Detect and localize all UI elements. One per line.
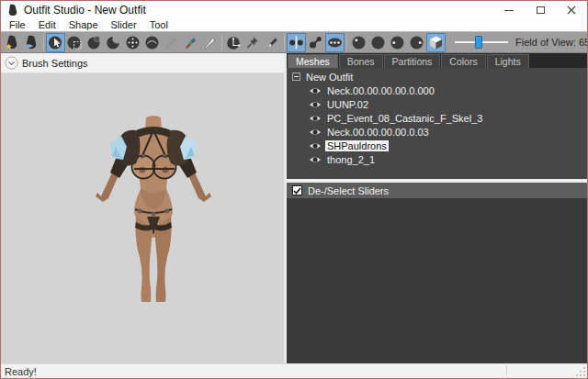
status-bar: Ready! — [1, 363, 587, 378]
light-preset-3-icon — [390, 35, 405, 50]
new-project-button[interactable] — [3, 33, 22, 52]
color-brush-icon — [183, 35, 198, 50]
x-mirror-toggle-button[interactable] — [287, 33, 306, 52]
field-of-view-slider[interactable] — [455, 35, 508, 50]
move-brush-button[interactable] — [123, 33, 142, 52]
tab-meshes[interactable]: Meshes — [288, 54, 338, 68]
new-project-icon — [5, 35, 20, 50]
color-brush-button[interactable] — [181, 33, 200, 52]
menu-slider[interactable]: Slider — [105, 19, 143, 31]
menu-edit[interactable]: Edit — [32, 19, 62, 31]
alpha-brush-button[interactable] — [200, 33, 220, 52]
cube-icon — [428, 35, 444, 50]
mesh-label[interactable]: Neck.00.00.00.00.0.03 — [325, 127, 431, 138]
transform-tool-button[interactable] — [224, 33, 243, 52]
tab-partitions[interactable]: Partitions — [384, 54, 441, 68]
transform-tool-icon — [226, 35, 242, 50]
connected-only-toggle-button[interactable] — [306, 33, 325, 52]
mask-brush-button[interactable] — [65, 33, 85, 52]
minimize-button[interactable] — [493, 1, 525, 19]
tab-bones[interactable]: Bones — [339, 54, 383, 68]
close-button[interactable] — [556, 1, 587, 19]
eye-icon[interactable] — [309, 155, 322, 164]
toolbar-separator — [346, 34, 347, 50]
left-panel: Brush Settings — [1, 53, 284, 363]
smooth-brush-button[interactable] — [142, 33, 162, 52]
load-project-button[interactable] — [22, 33, 41, 52]
eye-icon[interactable] — [309, 100, 322, 109]
menu-shape[interactable]: Shape — [62, 19, 105, 31]
deflate-brush-button[interactable] — [104, 33, 123, 52]
window-title: Outfit Studio - New Outfit — [24, 4, 146, 17]
check-icon — [293, 187, 301, 195]
vertex-edit-tool-button[interactable] — [263, 33, 282, 52]
textures-toggle-button[interactable] — [426, 33, 446, 52]
light-preset-3-button[interactable] — [388, 33, 407, 52]
status-text: Ready! — [1, 366, 37, 377]
mesh-label[interactable]: UUNP.02 — [325, 99, 370, 110]
toolbar-separator — [284, 34, 285, 50]
eye-icon[interactable] — [309, 141, 322, 150]
tree-row[interactable]: UUNP.02 — [287, 97, 587, 111]
weight-brush-button[interactable] — [162, 33, 181, 52]
collapse-icon[interactable] — [292, 72, 300, 81]
x-mirror-icon — [288, 35, 304, 50]
deselect-sliders-checkbox[interactable] — [292, 185, 302, 195]
inflate-brush-button[interactable] — [85, 33, 104, 52]
sliders-header: De-/Select Sliders — [287, 183, 587, 198]
tree-row[interactable]: Neck.00.00.00.00.0.000 — [287, 84, 587, 97]
resize-grip-icon[interactable] — [575, 366, 586, 377]
tree-row[interactable]: PC_Event_08_Castanic_F_Skel_3 — [287, 111, 587, 125]
mask-brush-icon — [67, 35, 83, 50]
inflate-brush-icon — [86, 35, 102, 50]
status-divider — [506, 366, 507, 376]
select-tool-button[interactable] — [46, 33, 65, 52]
brush-settings-label: Brush Settings — [22, 58, 88, 69]
tree-row[interactable]: Neck.00.00.00.00.0.03 — [287, 125, 587, 139]
mesh-label-selected[interactable]: SHPauldrons — [325, 140, 389, 151]
deflate-brush-icon — [106, 35, 121, 50]
model-figure — [88, 112, 221, 309]
tab-lights[interactable]: Lights — [487, 54, 529, 68]
tree-row[interactable]: thong_2_1 — [287, 152, 587, 166]
light-preset-1-icon — [351, 35, 367, 50]
sliders-panel-body — [287, 198, 587, 363]
maximize-button[interactable] — [525, 1, 556, 19]
light-preset-4-button[interactable] — [407, 33, 426, 52]
app-icon — [7, 4, 18, 17]
fov-slider-thumb[interactable] — [475, 36, 482, 49]
eye-icon[interactable] — [309, 86, 322, 95]
tree-row-selected[interactable]: SHPauldrons — [287, 139, 587, 152]
menu-file[interactable]: File — [3, 19, 32, 31]
main-area: Brush Settings — [1, 53, 587, 363]
light-preset-1-button[interactable] — [349, 33, 368, 52]
menu-bar: File Edit Shape Slider Tool — [1, 19, 587, 31]
mesh-label[interactable]: PC_Event_08_Castanic_F_Skel_3 — [325, 113, 484, 124]
minimize-icon — [504, 10, 514, 11]
weight-brush-icon — [164, 35, 179, 50]
light-preset-4-icon — [409, 35, 424, 50]
tree-root-row[interactable]: New Outfit — [287, 70, 587, 84]
global-brush-toggle-button[interactable] — [325, 33, 345, 52]
mesh-label[interactable]: thong_2_1 — [325, 154, 377, 165]
toolbar-separator — [43, 34, 44, 50]
brush-settings-header[interactable]: Brush Settings — [1, 53, 284, 73]
vertex-edit-tool-icon — [265, 35, 280, 50]
move-brush-icon — [125, 35, 141, 50]
chevron-down-circle-icon — [5, 56, 18, 70]
eye-icon[interactable] — [309, 128, 322, 137]
pin-tool-button[interactable] — [243, 33, 263, 52]
eye-icon[interactable] — [309, 114, 322, 123]
close-icon — [567, 6, 576, 15]
toolbar: Field of View: 65 — [1, 31, 587, 53]
smooth-brush-icon — [144, 35, 160, 50]
viewport-3d[interactable] — [1, 73, 284, 363]
alpha-brush-icon — [202, 35, 218, 50]
menu-tool[interactable]: Tool — [143, 19, 175, 31]
light-preset-2-button[interactable] — [368, 33, 388, 52]
title-bar: Outfit Studio - New Outfit — [1, 1, 587, 19]
select-tool-icon — [48, 35, 63, 50]
deselect-sliders-label: De-/Select Sliders — [308, 185, 389, 196]
tab-colors[interactable]: Colors — [441, 54, 485, 68]
mesh-label[interactable]: Neck.00.00.00.00.0.000 — [325, 85, 436, 96]
